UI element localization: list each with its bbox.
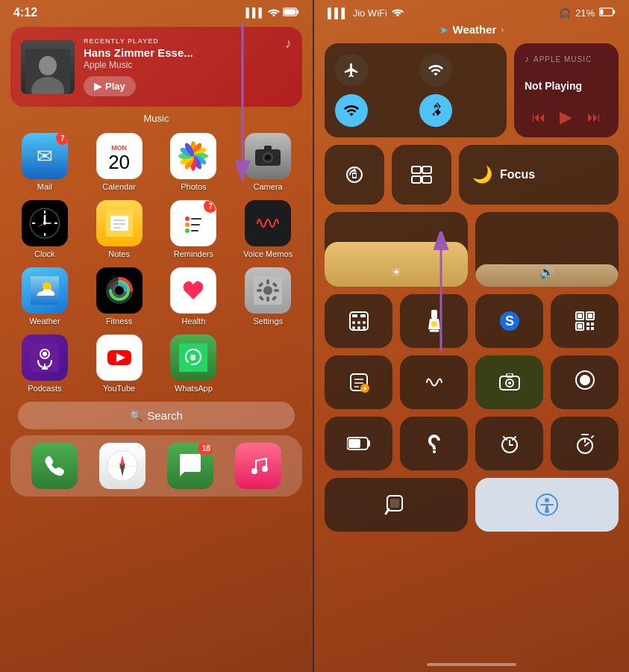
- artist-image: [25, 49, 70, 94]
- cc-row-sliders: ☀ 🔊: [325, 212, 619, 287]
- app-voicememos[interactable]: Voice Memos: [234, 200, 302, 258]
- photos-svg: [177, 140, 210, 172]
- app-whatsapp[interactable]: WhatsApp: [160, 335, 228, 393]
- focus-label: Focus: [500, 168, 535, 181]
- cc-location[interactable]: ➤ Weather ›: [314, 23, 629, 36]
- svg-point-58: [263, 286, 272, 295]
- svg-point-45: [185, 228, 190, 233]
- app-fitness[interactable]: Fitness: [85, 267, 154, 326]
- camera-quick-btn[interactable]: [475, 355, 543, 409]
- svg-rect-89: [613, 10, 616, 13]
- accessibility-btn[interactable]: [475, 478, 619, 532]
- weather-label: Weather: [29, 317, 60, 326]
- music-section-label: Music: [0, 113, 313, 124]
- bluetooth-toggle-btn[interactable]: [419, 94, 452, 127]
- search-icon: 🔍: [130, 410, 143, 422]
- app-weather[interactable]: Weather: [10, 267, 79, 326]
- play-pause-btn[interactable]: ▶: [560, 108, 572, 127]
- prev-track-btn[interactable]: ⏮: [532, 110, 545, 125]
- screen-record-btn[interactable]: [551, 355, 619, 409]
- notes-label: Notes: [108, 249, 130, 258]
- svg-point-105: [352, 326, 355, 329]
- svg-point-104: [363, 321, 366, 324]
- dock-messages[interactable]: 18: [167, 443, 213, 489]
- search-bar[interactable]: 🔍 Search: [18, 402, 295, 429]
- app-grid-row3: Weather Fitness: [0, 264, 313, 329]
- notes-icon: [96, 200, 143, 246]
- fitness-label: Fitness: [106, 317, 132, 326]
- brightness-icon: ☀: [391, 265, 401, 279]
- app-podcasts[interactable]: Podcasts: [10, 335, 79, 393]
- youtube-icon: [96, 335, 143, 381]
- focus-btn[interactable]: 🌙 Focus: [459, 145, 619, 205]
- svg-text:+: +: [363, 385, 367, 393]
- dock-phone[interactable]: [31, 443, 78, 489]
- phone-icon: [31, 443, 78, 489]
- app-photos[interactable]: Photos: [160, 133, 228, 191]
- app-calendar[interactable]: MON 20 Calendar: [85, 133, 154, 191]
- app-grid-row1: ✉ 7 Mail MON 20 Calendar: [0, 130, 313, 194]
- dock-music[interactable]: [235, 443, 281, 489]
- airplane-mode-btn[interactable]: [335, 54, 368, 87]
- svg-rect-90: [600, 9, 603, 15]
- dock-safari[interactable]: [99, 443, 145, 489]
- next-track-btn[interactable]: ⏭: [587, 110, 601, 125]
- whatsapp-icon: [170, 335, 216, 381]
- quick-note-btn[interactable]: +: [325, 355, 392, 409]
- magnifier-icon: [384, 493, 408, 517]
- calculator-btn[interactable]: [325, 294, 392, 348]
- svg-rect-97: [412, 176, 421, 183]
- svg-point-2: [272, 13, 275, 16]
- screen-mirror-icon: [411, 166, 432, 184]
- camera-cc-icon: [499, 373, 520, 391]
- app-settings[interactable]: Settings: [234, 267, 302, 326]
- svg-rect-123: [591, 327, 594, 330]
- health-svg: [177, 274, 210, 307]
- music-widget[interactable]: RECENTLY PLAYED Hans Zimmer Esse... Appl…: [10, 27, 302, 107]
- magnifier-btn[interactable]: [325, 478, 468, 532]
- music-icon: [235, 443, 281, 489]
- low-power-btn[interactable]: [325, 417, 392, 470]
- app-camera[interactable]: Camera: [234, 133, 302, 191]
- app-reminders[interactable]: 7 Reminders: [160, 200, 228, 258]
- alarm-btn[interactable]: [475, 417, 543, 470]
- flashlight-btn[interactable]: [400, 294, 468, 348]
- hearing-btn[interactable]: [400, 417, 468, 470]
- svg-rect-61: [257, 289, 262, 292]
- headphone-icon: 🎧: [559, 7, 571, 19]
- app-youtube[interactable]: YouTube: [85, 335, 154, 393]
- svg-rect-115: [578, 314, 582, 318]
- health-icon: [170, 267, 216, 314]
- qr-scanner-btn[interactable]: [551, 294, 619, 348]
- messages-badge: 18: [198, 443, 213, 455]
- app-health[interactable]: Health: [160, 267, 228, 326]
- music-panel[interactable]: ♪ APPLE MUSIC Not Playing ⏮ ▶ ⏭: [514, 43, 619, 137]
- volume-slider[interactable]: 🔊: [475, 212, 619, 287]
- svg-rect-5: [284, 9, 295, 15]
- album-art: [21, 40, 75, 94]
- app-notes[interactable]: Notes: [85, 200, 154, 258]
- svg-line-147: [585, 443, 589, 446]
- svg-point-26: [266, 155, 270, 160]
- brightness-slider[interactable]: ☀: [325, 212, 468, 287]
- settings-label: Settings: [253, 317, 283, 326]
- orientation-lock-btn[interactable]: [325, 145, 384, 205]
- app-clock[interactable]: Clock: [10, 200, 79, 258]
- notes-svg: [106, 210, 133, 237]
- shazam-btn[interactable]: S: [475, 294, 543, 348]
- wifi-toggle-btn[interactable]: [335, 94, 368, 127]
- svg-rect-62: [274, 289, 279, 292]
- app-mail[interactable]: ✉ 7 Mail: [10, 133, 79, 191]
- quick-note-icon: +: [348, 372, 369, 393]
- cellular-btn[interactable]: [419, 54, 452, 87]
- signal-bars: ▌▌▌: [328, 7, 348, 19]
- settings-icon: [245, 267, 291, 314]
- timer-btn[interactable]: [551, 417, 619, 470]
- location-label: Weather: [453, 23, 497, 36]
- screen-mirror-btn[interactable]: [392, 145, 451, 205]
- play-button[interactable]: ▶ Play: [84, 76, 136, 96]
- svg-point-111: [431, 321, 437, 327]
- voice-recognition-btn[interactable]: [400, 355, 468, 409]
- battery-percent: 21%: [575, 7, 595, 19]
- svg-point-44: [185, 223, 190, 227]
